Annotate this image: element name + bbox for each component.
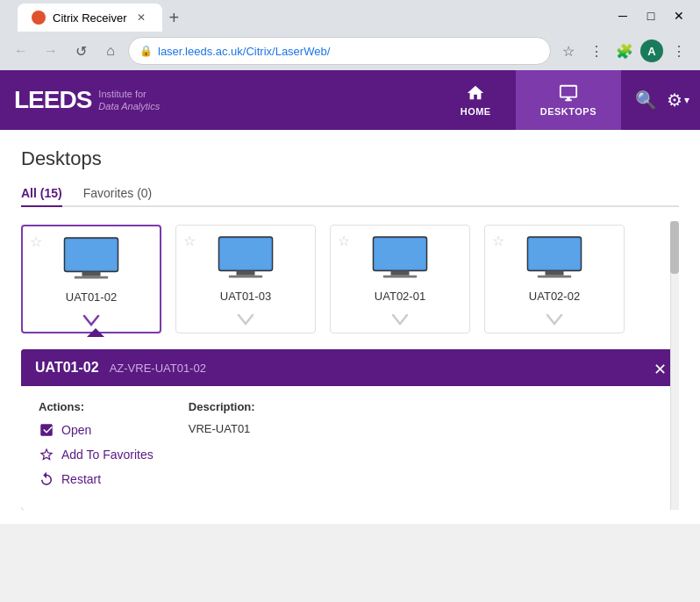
nav-desktops[interactable]: DESKTOPS xyxy=(516,70,621,130)
action-restart[interactable]: Restart xyxy=(39,471,154,487)
detail-actions-section: Actions: Open Add To Favorites xyxy=(39,400,154,496)
settings-button[interactable]: ⚙ ▾ xyxy=(667,90,689,111)
home-icon xyxy=(466,83,485,103)
svg-rect-11 xyxy=(383,276,418,278)
tab-favorites[interactable]: Favorites (0) xyxy=(83,181,153,207)
detail-arrow xyxy=(87,328,104,337)
monitor-icon-uat01-02 xyxy=(61,235,122,283)
profile-button[interactable]: A xyxy=(640,39,663,62)
tab-all-label: All xyxy=(21,186,40,200)
desktop-card-uat02-02[interactable]: ☆ UAT02-02 xyxy=(484,225,625,333)
desktop-card-uat02-01[interactable]: ☆ UAT02-01 xyxy=(330,225,470,333)
action-restart-label: Restart xyxy=(61,472,101,486)
actions-title: Actions: xyxy=(39,400,154,413)
favorite-star-uat02-01[interactable]: ☆ xyxy=(338,233,350,249)
browser-menu-icon[interactable]: ⋮ xyxy=(584,39,609,63)
logo-line2: Data Analytics xyxy=(98,100,160,112)
desktop-name-uat01-02: UAT01-02 xyxy=(66,290,117,304)
address-bar: 🔒 xyxy=(128,37,551,65)
detail-subtitle: AZ-VRE-UAT01-02 xyxy=(110,362,206,375)
desktop-name-uat02-02: UAT02-02 xyxy=(529,290,580,303)
chevron-uat02-01[interactable] xyxy=(338,308,462,331)
star-icon xyxy=(39,447,54,462)
app-header: LEEDS Institute for Data Analytics HOME … xyxy=(0,70,700,130)
window-controls: ─ □ ✕ xyxy=(611,4,691,28)
favorite-star-uat01-03[interactable]: ☆ xyxy=(183,233,196,249)
url-input[interactable] xyxy=(158,45,539,58)
back-button[interactable]: ← xyxy=(9,39,33,63)
svg-rect-5 xyxy=(220,239,271,269)
settings-chevron: ▾ xyxy=(684,94,689,106)
detail-close-button[interactable]: ✕ xyxy=(654,360,667,379)
restart-icon xyxy=(39,471,54,487)
tab-all-count: (15) xyxy=(40,186,62,200)
lock-icon: 🔒 xyxy=(139,45,153,57)
monitor-icon-uat02-02 xyxy=(524,234,585,283)
chevron-uat01-03[interactable] xyxy=(183,308,308,331)
monitor-icon-uat02-01 xyxy=(369,234,431,283)
svg-rect-9 xyxy=(375,239,425,269)
more-menu-icon[interactable]: ⋮ xyxy=(667,39,691,63)
detail-title: UAT01-02 xyxy=(35,360,99,376)
desktop-card-uat01-02[interactable]: ☆ UAT01-02 xyxy=(21,225,161,333)
chevron-down-icon xyxy=(82,314,100,326)
action-add-favorites-label: Add To Favorites xyxy=(61,448,154,462)
search-icon[interactable]: 🔍 xyxy=(632,86,660,114)
action-open[interactable]: Open xyxy=(39,422,154,438)
chevron-down-icon-4 xyxy=(546,313,563,326)
tab-title: Citrix Receiver xyxy=(53,11,127,25)
desktop-grid: ☆ UAT01-02 ☆ xyxy=(21,221,679,337)
scrollbar[interactable] xyxy=(670,221,679,510)
chevron-uat02-02[interactable] xyxy=(492,308,617,331)
maximize-button[interactable]: □ xyxy=(639,4,663,28)
favorite-star-uat02-02[interactable]: ☆ xyxy=(492,233,504,249)
favorite-star-uat01-02[interactable]: ☆ xyxy=(30,233,42,250)
svg-rect-7 xyxy=(229,276,263,278)
desktops-icon xyxy=(559,83,578,103)
forward-button[interactable]: → xyxy=(39,39,63,63)
detail-description-section: Description: VRE-UAT01 xyxy=(189,400,255,496)
desktop-name-uat01-03: UAT01-03 xyxy=(220,290,271,303)
minimize-button[interactable]: ─ xyxy=(611,4,635,28)
tabs-bar: All (15) Favorites (0) xyxy=(21,181,679,207)
main-content: Desktops All (15) Favorites (0) ☆ xyxy=(0,130,700,524)
bookmarks-icon[interactable]: ☆ xyxy=(556,39,581,63)
header-actions: 🔍 ⚙ ▾ xyxy=(621,86,700,114)
detail-header: UAT01-02 AZ-VRE-UAT01-02 ✕ xyxy=(21,349,679,386)
tab-favorites-label: Favorites xyxy=(83,186,137,200)
desktop-card-uat01-03[interactable]: ☆ UAT01-03 xyxy=(175,225,316,333)
settings-icon: ⚙ xyxy=(667,90,682,111)
logo-area: LEEDS Institute for Data Analytics xyxy=(0,86,174,114)
detail-panel-wrapper: UAT01-02 AZ-VRE-UAT01-02 ✕ Actions: Open xyxy=(21,337,679,510)
chevron-down-icon-3 xyxy=(391,313,409,326)
home-button[interactable]: ⌂ xyxy=(98,39,123,63)
svg-rect-6 xyxy=(237,271,255,276)
detail-body: Actions: Open Add To Favorites xyxy=(21,386,679,510)
svg-rect-2 xyxy=(82,272,101,276)
close-button[interactable]: ✕ xyxy=(667,4,691,28)
monitor-icon-uat01-03 xyxy=(215,234,276,283)
nav-home[interactable]: HOME xyxy=(436,70,516,130)
toolbar-right: ☆ ⋮ 🧩 A ⋮ xyxy=(556,39,691,63)
browser-tab[interactable]: Citrix Receiver ✕ xyxy=(18,4,162,32)
description-value: VRE-UAT01 xyxy=(189,422,255,435)
extensions-icon[interactable]: 🧩 xyxy=(612,39,637,63)
refresh-button[interactable]: ↺ xyxy=(68,39,93,63)
scrollbar-thumb[interactable] xyxy=(670,221,679,274)
detail-panel: UAT01-02 AZ-VRE-UAT01-02 ✕ Actions: Open xyxy=(21,349,679,510)
action-add-favorites[interactable]: Add To Favorites xyxy=(39,447,154,462)
svg-rect-3 xyxy=(75,276,109,279)
open-icon xyxy=(39,422,54,438)
nav-home-label: HOME xyxy=(461,106,491,117)
svg-rect-10 xyxy=(391,271,410,276)
desktop-name-uat02-01: UAT02-01 xyxy=(375,290,425,303)
tab-favorites-count: (0) xyxy=(137,186,152,200)
action-open-label: Open xyxy=(61,423,91,437)
tab-favicon xyxy=(32,11,46,25)
page-title: Desktops xyxy=(21,147,679,170)
nav-desktops-label: DESKTOPS xyxy=(540,106,596,117)
svg-rect-1 xyxy=(66,240,117,270)
new-tab-button[interactable]: + xyxy=(162,4,187,32)
tab-close-button[interactable]: ✕ xyxy=(134,11,148,25)
tab-all[interactable]: All (15) xyxy=(21,181,62,207)
